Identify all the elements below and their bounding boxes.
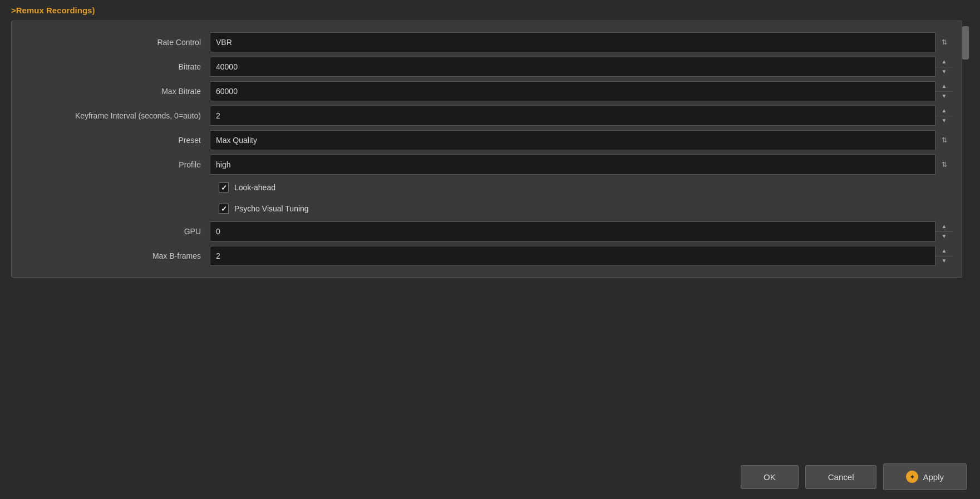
max-bframes-spinner: ▲ ▼ (935, 246, 953, 266)
bitrate-input[interactable] (210, 57, 953, 77)
max-bitrate-wrapper: ▲ ▼ (210, 81, 953, 101)
max-bitrate-label: Max Bitrate (21, 87, 210, 96)
keyframe-interval-wrapper: ▲ ▼ (210, 106, 953, 126)
rate-control-label: Rate Control (21, 38, 210, 47)
rate-control-input[interactable] (210, 32, 953, 52)
preset-combo-arrow[interactable]: ⇅ (935, 130, 953, 150)
rate-control-wrapper: ⇅ (210, 32, 953, 52)
gpu-input[interactable] (210, 221, 953, 241)
max-bitrate-up-button[interactable]: ▲ (935, 81, 953, 92)
look-ahead-row: Look-ahead (12, 177, 962, 198)
profile-label: Profile (21, 160, 210, 169)
bitrate-spinner: ▲ ▼ (935, 57, 953, 77)
gpu-row: GPU ▲ ▼ (12, 219, 962, 244)
preset-wrapper: ⇅ (210, 130, 953, 150)
gpu-up-button[interactable]: ▲ (935, 221, 953, 232)
profile-row: Profile ⇅ (12, 152, 962, 177)
keyframe-interval-input[interactable] (210, 106, 953, 126)
psycho-visual-label[interactable]: Psycho Visual Tuning (219, 204, 309, 214)
keyframe-interval-row: Keyframe Interval (seconds, 0=auto) ▲ ▼ (12, 103, 962, 128)
bitrate-row: Bitrate ▲ ▼ (12, 55, 962, 79)
gpu-spinner: ▲ ▼ (935, 221, 953, 241)
apply-button[interactable]: ✦ Apply (883, 463, 967, 490)
bottom-bar: OK Cancel ✦ Apply (0, 454, 980, 499)
profile-combo-arrow[interactable]: ⇅ (935, 155, 953, 175)
profile-wrapper: ⇅ (210, 155, 953, 175)
look-ahead-checkbox[interactable] (219, 182, 229, 192)
max-bitrate-input[interactable] (210, 81, 953, 101)
keyframe-interval-down-button[interactable]: ▼ (935, 116, 953, 126)
psycho-visual-checkbox[interactable] (219, 204, 229, 214)
max-bitrate-row: Max Bitrate ▲ ▼ (12, 79, 962, 103)
scrollbar-thumb[interactable] (962, 26, 969, 60)
cancel-button[interactable]: Cancel (805, 465, 877, 489)
preset-input[interactable] (210, 130, 953, 150)
apply-icon: ✦ (906, 471, 918, 483)
max-bframes-wrapper: ▲ ▼ (210, 246, 953, 266)
preset-label: Preset (21, 136, 210, 145)
gpu-down-button[interactable]: ▼ (935, 232, 953, 242)
apply-label: Apply (923, 472, 944, 482)
keyframe-interval-up-button[interactable]: ▲ (935, 106, 953, 116)
gpu-label: GPU (21, 227, 210, 236)
keyframe-interval-spinner: ▲ ▼ (935, 106, 953, 126)
psycho-visual-row: Psycho Visual Tuning (12, 198, 962, 219)
gpu-wrapper: ▲ ▼ (210, 221, 953, 241)
max-bframes-up-button[interactable]: ▲ (935, 246, 953, 256)
max-bframes-label: Max B-frames (21, 251, 210, 260)
bitrate-up-button[interactable]: ▲ (935, 57, 953, 67)
psycho-visual-text: Psycho Visual Tuning (234, 204, 309, 213)
ok-button[interactable]: OK (741, 465, 799, 489)
bitrate-down-button[interactable]: ▼ (935, 67, 953, 77)
bitrate-wrapper: ▲ ▼ (210, 57, 953, 77)
max-bitrate-spinner: ▲ ▼ (935, 81, 953, 101)
bitrate-label: Bitrate (21, 62, 210, 71)
keyframe-interval-label: Keyframe Interval (seconds, 0=auto) (21, 111, 210, 120)
look-ahead-label[interactable]: Look-ahead (219, 182, 275, 192)
profile-input[interactable] (210, 155, 953, 175)
header-title: >Remux Recordings) (0, 0, 980, 21)
preset-row: Preset ⇅ (12, 128, 962, 152)
look-ahead-text: Look-ahead (234, 183, 275, 192)
settings-panel: Rate Control ⇅ Bitrate ▲ ▼ (11, 21, 962, 278)
rate-control-combo-arrow[interactable]: ⇅ (935, 32, 953, 52)
max-bframes-row: Max B-frames ▲ ▼ (12, 244, 962, 268)
rate-control-row: Rate Control ⇅ (12, 30, 962, 55)
max-bframes-input[interactable] (210, 246, 953, 266)
max-bitrate-down-button[interactable]: ▼ (935, 92, 953, 102)
scrollbar[interactable] (962, 21, 969, 454)
max-bframes-down-button[interactable]: ▼ (935, 256, 953, 266)
